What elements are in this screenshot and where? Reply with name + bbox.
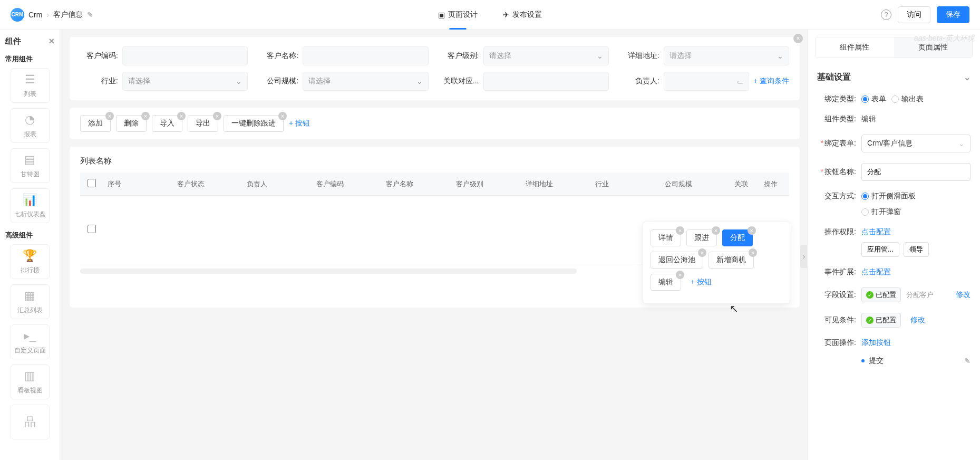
permission-config-link[interactable]: 点击配置 bbox=[861, 227, 891, 237]
toolbar-export[interactable]: 导出× bbox=[188, 115, 218, 132]
comp-more[interactable]: 品 bbox=[11, 405, 50, 439]
comp-gantt[interactable]: ▤甘特图 bbox=[11, 148, 50, 183]
remove-icon[interactable]: × bbox=[177, 112, 186, 120]
chevron-down-icon: ⌄ bbox=[777, 52, 783, 60]
toolbar-panel[interactable]: 添加× 删除× 导入× 导出× 一键删除跟进× + 按钮 bbox=[70, 108, 800, 139]
add-page-button-link[interactable]: 添加按钮 bbox=[861, 338, 891, 348]
perm-app-manage[interactable]: 应用管... bbox=[861, 242, 899, 257]
comp-kanban[interactable]: ▥看板视图 bbox=[11, 365, 50, 399]
select-all-checkbox[interactable] bbox=[88, 179, 96, 187]
row-actions-popup: 详情× 跟进× 分配× 退回公海池× 新增商机× 编辑× + 按钮 bbox=[643, 222, 790, 304]
app-logo: CRM bbox=[11, 8, 24, 22]
toolbar-import[interactable]: 导入× bbox=[152, 115, 182, 132]
filter-level-select[interactable]: 请选择⌄ bbox=[483, 46, 609, 65]
comp-report[interactable]: ◔报表 bbox=[11, 108, 50, 143]
filter-related-input[interactable] bbox=[483, 72, 609, 91]
filter-panel[interactable]: × 客户编码: 客户名称: 客户级别:请选择⌄ 详细地址:请选择⌄ 行业:请选择… bbox=[70, 37, 800, 100]
toolbar-batch-delete[interactable]: 一键删除跟进× bbox=[224, 115, 284, 132]
comp-list[interactable]: ☰列表 bbox=[11, 68, 50, 103]
action-edit[interactable]: 编辑× bbox=[651, 274, 681, 291]
breadcrumb: Crm › 客户信息 ✎ bbox=[28, 10, 93, 20]
comp-rank[interactable]: 🏆排行榜 bbox=[11, 244, 50, 279]
chevron-down-icon: ⌄ bbox=[597, 52, 603, 60]
remove-icon[interactable]: × bbox=[141, 112, 150, 120]
row-checkbox[interactable] bbox=[88, 225, 96, 233]
radio-output[interactable]: 输出表 bbox=[891, 94, 924, 104]
toolbar-add[interactable]: 添加× bbox=[80, 115, 111, 132]
user-icon: ᓚ bbox=[737, 77, 743, 85]
tab-page-props[interactable]: 页面属性 bbox=[894, 37, 973, 57]
filter-code-input[interactable] bbox=[122, 46, 248, 65]
sidebar-title: 组件 bbox=[5, 36, 21, 46]
breadcrumb-app[interactable]: Crm bbox=[28, 11, 42, 19]
tab-publish[interactable]: ✈ 发布设置 bbox=[501, 0, 544, 30]
remove-icon[interactable]: × bbox=[105, 112, 114, 120]
section-advanced: 高级组件 bbox=[5, 231, 54, 240]
button-name-input[interactable] bbox=[861, 163, 971, 181]
toolbar-add-button[interactable]: + 按钮 bbox=[289, 119, 310, 128]
send-icon: ✈ bbox=[503, 11, 509, 19]
radio-form[interactable]: 表单 bbox=[861, 94, 886, 104]
comp-dashboard[interactable]: 📊七析仪表盘 bbox=[11, 188, 50, 223]
kanban-icon: ▥ bbox=[24, 369, 35, 383]
comp-custom[interactable]: ▸_自定义页面 bbox=[11, 324, 50, 359]
visit-button[interactable]: 访问 bbox=[898, 6, 930, 23]
remove-icon[interactable]: × bbox=[213, 112, 221, 120]
code-icon: ▸_ bbox=[24, 329, 36, 343]
remove-icon[interactable]: × bbox=[748, 226, 756, 235]
action-new-opportunity[interactable]: 新增商机× bbox=[709, 252, 754, 269]
action-return-pool[interactable]: 退回公海池× bbox=[651, 252, 703, 269]
radio-slide-panel[interactable]: 打开侧滑面板 bbox=[861, 191, 916, 201]
summary-icon: ▦ bbox=[24, 289, 35, 303]
layout-icon: ▣ bbox=[438, 11, 445, 19]
visible-modify-link[interactable]: 修改 bbox=[910, 315, 925, 325]
help-icon[interactable]: ? bbox=[881, 9, 891, 20]
section-common: 常用组件 bbox=[5, 54, 54, 64]
action-add-button[interactable]: + 按钮 bbox=[691, 277, 712, 286]
filter-owner-input[interactable]: ᓚ bbox=[664, 72, 749, 91]
remove-icon[interactable]: × bbox=[676, 271, 684, 279]
filter-scale-select[interactable]: 请选择⌄ bbox=[303, 72, 428, 91]
tree-icon: 品 bbox=[24, 414, 36, 430]
comp-summary[interactable]: ▦汇总列表 bbox=[11, 284, 50, 319]
remove-icon[interactable]: × bbox=[712, 226, 720, 235]
event-config-link[interactable]: 点击配置 bbox=[861, 267, 891, 277]
add-condition-link[interactable]: + 查询条件 bbox=[753, 76, 789, 86]
page-action-submit[interactable]: 提交 ✎ bbox=[861, 353, 971, 369]
toolbar-delete[interactable]: 删除× bbox=[116, 115, 147, 132]
action-followup[interactable]: 跟进× bbox=[686, 229, 717, 246]
horizontal-scrollbar[interactable] bbox=[80, 269, 577, 274]
remove-icon[interactable]: × bbox=[676, 226, 684, 235]
radio-popup[interactable]: 打开弹窗 bbox=[861, 207, 901, 217]
edit-icon[interactable]: ✎ bbox=[87, 11, 93, 19]
close-icon[interactable]: × bbox=[48, 36, 54, 47]
table-title: 列表名称 bbox=[80, 156, 789, 166]
remove-icon[interactable]: × bbox=[749, 248, 757, 257]
remove-icon[interactable]: × bbox=[278, 112, 287, 120]
panel-close-icon[interactable]: × bbox=[793, 34, 803, 43]
filter-name-input[interactable] bbox=[303, 46, 428, 65]
trophy-icon: 🏆 bbox=[23, 249, 37, 263]
bind-table-select[interactable]: Crm/客户信息⌄ bbox=[861, 135, 971, 152]
gantt-icon: ▤ bbox=[24, 153, 35, 167]
breadcrumb-page: 客户信息 bbox=[53, 10, 83, 20]
filter-industry-select[interactable]: 请选择⌄ bbox=[122, 72, 248, 91]
chevron-right-icon: › bbox=[46, 11, 49, 19]
action-detail[interactable]: 详情× bbox=[651, 229, 681, 246]
chevron-down-icon[interactable]: ⌄ bbox=[964, 72, 971, 82]
filter-addr-select[interactable]: 请选择⌄ bbox=[664, 46, 789, 65]
save-button[interactable]: 保存 bbox=[937, 6, 969, 23]
dashboard-icon: 📊 bbox=[23, 193, 37, 207]
action-assign[interactable]: 分配× bbox=[722, 229, 753, 246]
edit-icon[interactable]: ✎ bbox=[964, 357, 971, 365]
expand-handle[interactable]: › bbox=[800, 245, 807, 268]
check-icon: ✓ bbox=[866, 291, 874, 299]
field-configured-badge: ✓已配置 bbox=[861, 287, 901, 302]
perm-guide[interactable]: 领导 bbox=[904, 242, 929, 257]
section-title: 基础设置 bbox=[817, 72, 851, 83]
tab-page-design[interactable]: ▣ 页面设计 bbox=[436, 0, 480, 30]
remove-icon[interactable]: × bbox=[698, 248, 706, 257]
tab-component-props[interactable]: 组件属性 bbox=[816, 37, 894, 57]
design-canvas: × 客户编码: 客户名称: 客户级别:请选择⌄ 详细地址:请选择⌄ 行业:请选择… bbox=[60, 30, 807, 460]
field-modify-link[interactable]: 修改 bbox=[956, 290, 971, 300]
